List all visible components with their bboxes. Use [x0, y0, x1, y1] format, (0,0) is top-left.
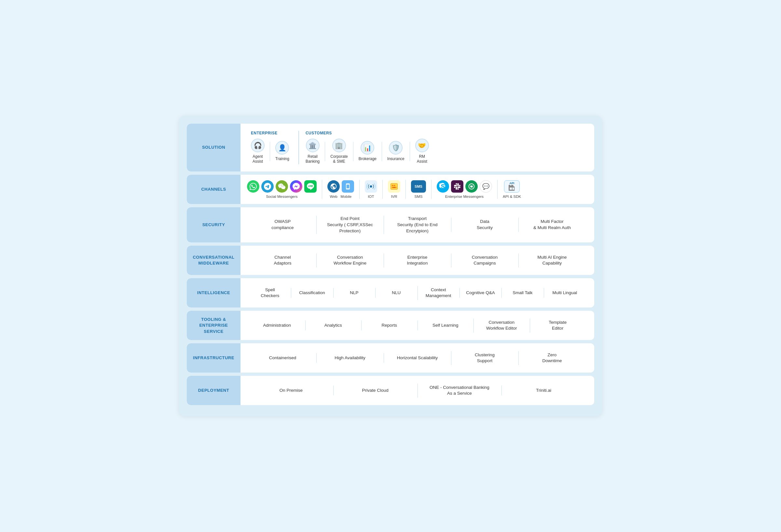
enterprise-messenger-icons: 💬 — [437, 180, 492, 193]
solution-row: SOLUTION ENTERPRISE 🎧 AgentAssist 👤 Trai… — [187, 124, 594, 171]
retail-banking-icon: 🏛️ — [306, 138, 320, 152]
tooling-row: TOOLING & ENTERPRISE SERVICE Administrat… — [187, 311, 594, 340]
security-item-3: TransportSecurity (End to EndEncrytpion) — [384, 212, 451, 238]
middleware-content: ChannelAdaptors ConversationWorkflow Eng… — [241, 246, 594, 275]
infrastructure-label-cell: INFRASTRUCTURE — [187, 343, 241, 373]
ivr-label: IVR — [391, 195, 397, 199]
corporate-sme-item: 🏢 Corporate& SME — [330, 138, 347, 164]
iot-group: IOT — [361, 180, 381, 199]
middleware-label: CONVERSATIONAL MIDDLEWARE — [191, 254, 237, 266]
svg-rect-3 — [394, 185, 396, 186]
svg-rect-5 — [392, 187, 394, 188]
brokerage-item: 📊 Brokerage — [359, 141, 376, 162]
intelligence-item-4: NLU — [375, 286, 417, 300]
ivr-group: IVR — [384, 180, 404, 199]
security-item-4: DataSecurity — [451, 215, 519, 235]
security-items: OWASPcompliance End PointSecurity ( CSRF… — [246, 212, 588, 238]
tooling-item-2: Analytics — [305, 319, 362, 332]
insurance-item: 🛡️ Insurance — [387, 141, 405, 162]
enterprise-group: ENTERPRISE 🎧 AgentAssist 👤 Training — [247, 128, 296, 167]
security-item-2: End PointSecurity ( CSRF,XSSecProtection… — [316, 212, 384, 238]
tooling-item-4: Self Learning — [417, 319, 474, 332]
tooling-content: Administration Analytics Reports Self Le… — [241, 311, 594, 340]
retail-banking-item: 🏛️ RetailBanking — [305, 138, 320, 164]
line-icon — [304, 180, 317, 193]
security-item-1: OWASPcompliance — [249, 215, 316, 235]
divider5 — [410, 142, 410, 161]
customer-items: 🏛️ RetailBanking 🏢 Corporate& SME 📊 Brok… — [305, 138, 429, 164]
skype-icon — [437, 180, 449, 193]
divider4 — [382, 142, 382, 161]
agent-assist-icon: 🎧 — [251, 138, 264, 152]
infrastructure-item-5: ZeroDowntime — [519, 348, 586, 368]
divider2 — [325, 142, 325, 161]
tooling-item-5: ConversationWorkflow Editor — [474, 316, 530, 336]
tooling-item-3: Reports — [361, 319, 417, 332]
middleware-item-4: ConversationCampaigns — [451, 251, 519, 271]
deployment-label: DEPLOYMENT — [198, 387, 229, 394]
infrastructure-item-2: High Availability — [316, 351, 384, 365]
deployment-item-2: Private Cloud — [333, 384, 417, 398]
tooling-label: TOOLING & ENTERPRISE SERVICE — [191, 317, 237, 334]
deployment-item-4: Triniti.ai — [501, 384, 586, 398]
tooling-item-1: Administration — [249, 319, 305, 332]
iot-label: IOT — [368, 195, 374, 199]
main-container: SOLUTION ENTERPRISE 🎧 AgentAssist 👤 Trai… — [179, 116, 602, 416]
enterprise-messengers-label: Enterprise Messengers — [445, 195, 484, 199]
deployment-label-cell: DEPLOYMENT — [187, 376, 241, 405]
training-icon: 👤 — [275, 141, 289, 155]
brokerage-icon: 📊 — [361, 141, 374, 155]
middleware-item-5: Multi AI EngineCapability — [519, 251, 586, 271]
tooling-item-6: TemplateEditor — [530, 316, 586, 336]
corporate-sme-label: Corporate& SME — [330, 154, 347, 164]
api-sdk-label: API & SDK — [503, 195, 521, 199]
iot-icons — [365, 180, 377, 193]
infrastructure-item-3: Horizontal Scalability — [384, 351, 451, 365]
deployment-content: On Premise Private Cloud ONE - Conversat… — [241, 376, 594, 405]
whatsapp-icon — [247, 180, 259, 193]
retail-banking-label: RetailBanking — [305, 154, 320, 164]
middleware-item-1: ChannelAdaptors — [249, 251, 316, 271]
agent-assist-label: AgentAssist — [252, 154, 263, 164]
intelligence-items: SpellCheckers Classification NLP NLU Con… — [246, 283, 588, 303]
customers-label: CUSTOMERS — [305, 131, 332, 135]
intelligence-item-3: NLP — [333, 286, 375, 300]
api-icon: API — [504, 180, 520, 193]
enterprise-messengers-group: 💬 Enterprise Messengers — [433, 180, 496, 199]
infrastructure-items: Containerised High Availability Horizont… — [246, 348, 588, 368]
brokerage-label: Brokerage — [359, 157, 376, 162]
enterprise-items: 🎧 AgentAssist 👤 Training — [251, 138, 289, 164]
solution-content: ENTERPRISE 🎧 AgentAssist 👤 Training — [241, 124, 594, 171]
intelligence-row: INTELLIGENCE SpellCheckers Classificatio… — [187, 278, 594, 308]
security-row: SECURITY OWASPcompliance End PointSecuri… — [187, 207, 594, 243]
infrastructure-label: INFRASTRUCTURE — [193, 355, 234, 361]
telegram-icon — [261, 180, 274, 193]
channels-label-cell: CHANNELS — [187, 175, 241, 204]
intelligence-item-6: Cognitive Q&A — [459, 286, 501, 300]
sms-icon: SMS — [411, 180, 426, 193]
deployment-item-1: On Premise — [249, 384, 333, 398]
customers-group: CUSTOMERS 🏛️ RetailBanking 🏢 Corporate& … — [302, 128, 436, 167]
middleware-item-2: ConversationWorkflow Engine — [316, 251, 384, 271]
sms-group: SMS SMS — [407, 180, 430, 199]
security-content: OWASPcompliance End PointSecurity ( CSRF… — [241, 207, 594, 243]
security-label-cell: SECURITY — [187, 207, 241, 243]
sms-label: SMS — [415, 195, 423, 199]
api-sdk-group: API API & SDK — [499, 180, 525, 199]
training-item: 👤 Training — [275, 141, 289, 162]
social-messengers-label: Social Messengers — [266, 195, 297, 199]
security-item-5: Multi Factor& Multi Realm Auth — [519, 215, 586, 235]
infrastructure-item-4: ClusteringSupport — [451, 348, 519, 368]
svg-rect-1 — [391, 183, 398, 189]
divider — [270, 142, 270, 161]
solution-label-cell: SOLUTION — [187, 124, 241, 171]
training-label: Training — [275, 157, 289, 162]
intelligence-item-8: Multi Lingual — [544, 286, 586, 300]
middleware-row: CONVERSATIONAL MIDDLEWARE ChannelAdaptor… — [187, 246, 594, 275]
infrastructure-item-1: Containerised — [249, 351, 316, 365]
mobile-icon — [342, 180, 354, 193]
deployment-items: On Premise Private Cloud ONE - Conversat… — [246, 381, 588, 401]
infrastructure-row: INFRASTRUCTURE Containerised High Availa… — [187, 343, 594, 373]
intelligence-item-1: SpellCheckers — [249, 283, 291, 303]
svg-point-0 — [370, 185, 372, 188]
